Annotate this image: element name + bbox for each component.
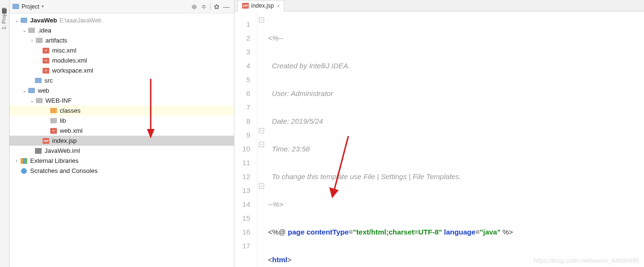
chevron-down-icon[interactable]: ⌄ [13, 18, 20, 23]
module-icon [21, 18, 27, 23]
node-label: index.jsp [52, 137, 77, 144]
xml-icon: ‹› [43, 58, 49, 64]
node-label: artifacts [45, 37, 67, 44]
node-label: External Libraries [30, 157, 78, 164]
tree-node-artifacts[interactable]: › artifacts [10, 35, 234, 45]
tree-node-modules[interactable]: · ‹› modules.xml [10, 55, 234, 65]
xml-icon: ‹› [43, 48, 49, 53]
scratch-icon [21, 168, 27, 174]
expand-icon[interactable]: ≑ [199, 2, 209, 11]
source-folder-icon [35, 78, 42, 83]
tree-node-classes[interactable]: · classes [10, 106, 234, 116]
tree-node-misc[interactable]: · ‹› misc.xml [10, 45, 234, 55]
node-label: JavaWeb.iml [44, 147, 80, 154]
iml-icon [35, 148, 42, 154]
tree-node-root[interactable]: ⌄ JavaWeb E:\aaa\JavaWeb [10, 15, 234, 25]
folder-icon [28, 28, 35, 33]
sidebar-tool-strip[interactable]: 1: Project [0, 0, 10, 267]
chevron-down-icon[interactable]: ⌄ [29, 98, 35, 103]
tree-node-lib[interactable]: · lib [10, 116, 234, 126]
close-icon[interactable]: × [277, 3, 279, 9]
dropdown-icon[interactable]: ▼ [41, 4, 44, 9]
folder-icon [12, 4, 19, 9]
tab-label: index.jsp [251, 2, 274, 9]
node-label: web [38, 87, 49, 94]
code-editor[interactable]: 123 456 789 101112 131415 1617 − − − − <… [234, 11, 644, 267]
node-label: classes [60, 107, 80, 114]
fold-icon[interactable]: − [259, 142, 264, 147]
folder-icon [36, 38, 43, 43]
fold-icon[interactable]: − [259, 183, 264, 189]
node-label: misc.xml [52, 47, 77, 54]
tree-node-index[interactable]: · JSP index.jsp [10, 136, 234, 146]
xml-icon: ‹› [43, 68, 49, 74]
folder-icon [36, 98, 43, 103]
panel-title: Project [22, 3, 39, 10]
tree-node-src[interactable]: · src [10, 75, 234, 85]
fold-column: − − − − [257, 11, 267, 267]
node-path: E:\aaa\JavaWeb [59, 17, 101, 24]
xml-icon: ‹› [50, 128, 57, 134]
node-label: modules.xml [52, 57, 87, 64]
fold-icon[interactable]: − [259, 17, 264, 22]
tree-node-iml[interactable]: · JavaWeb.iml [10, 146, 234, 156]
watermark: https://blog.csdn.net/weixin_44588495 [533, 257, 639, 264]
tree-node-scratches[interactable]: · Scratches and Consoles [10, 166, 234, 176]
project-panel: Project ▼ ⊕ ≑ ✿ — ⌄ JavaWeb E:\aaa\JavaW… [10, 0, 234, 267]
project-tree: ⌄ JavaWeb E:\aaa\JavaWeb ⌄ .idea › artif… [10, 13, 234, 267]
tree-node-workspace[interactable]: · ‹› workspace.xml [10, 65, 234, 75]
chevron-right-icon[interactable]: › [29, 38, 35, 43]
tree-node-external-libs[interactable]: › External Libraries [10, 156, 234, 166]
hide-icon[interactable]: — [222, 2, 231, 11]
chevron-down-icon[interactable]: ⌄ [21, 88, 28, 93]
folder-icon [50, 118, 57, 123]
separator [210, 3, 211, 11]
node-label: web.xml [60, 127, 83, 134]
chevron-down-icon[interactable]: ⌄ [21, 28, 28, 33]
sidebar-label: 1: Project [1, 8, 7, 30]
fold-icon[interactable]: − [259, 128, 264, 133]
project-panel-header: Project ▼ ⊕ ≑ ✿ — [10, 0, 234, 13]
jsp-icon: JSP [43, 138, 49, 144]
library-icon [21, 158, 27, 164]
code-content[interactable]: <%-- Created by IntelliJ IDEA. User: Adm… [267, 11, 644, 267]
jsp-icon: JSP [242, 3, 249, 9]
editor-tabs: JSP index.jsp × [234, 0, 644, 11]
node-label: JavaWeb [30, 17, 57, 24]
chevron-right-icon[interactable]: › [13, 158, 20, 163]
gear-icon[interactable]: ✿ [212, 2, 222, 11]
folder-icon [50, 108, 57, 113]
node-label: Scratches and Consoles [30, 167, 98, 174]
line-gutter: 123 456 789 101112 131415 1617 [234, 11, 257, 267]
tree-node-web[interactable]: ⌄ web [10, 85, 234, 96]
tree-node-idea[interactable]: ⌄ .idea [10, 25, 234, 35]
editor-area: JSP index.jsp × 123 456 789 101112 13141… [234, 0, 644, 267]
tab-index-jsp[interactable]: JSP index.jsp × [237, 0, 284, 11]
tree-node-webinf[interactable]: ⌄ WEB-INF [10, 96, 234, 106]
node-label: workspace.xml [52, 67, 93, 74]
locate-icon[interactable]: ⊕ [189, 2, 199, 11]
node-label: WEB-INF [45, 97, 72, 104]
web-folder-icon [28, 88, 35, 93]
node-label: src [44, 77, 53, 84]
node-label: lib [60, 117, 66, 124]
tree-node-webxml[interactable]: · ‹› web.xml [10, 126, 234, 136]
node-label: .idea [38, 27, 51, 34]
